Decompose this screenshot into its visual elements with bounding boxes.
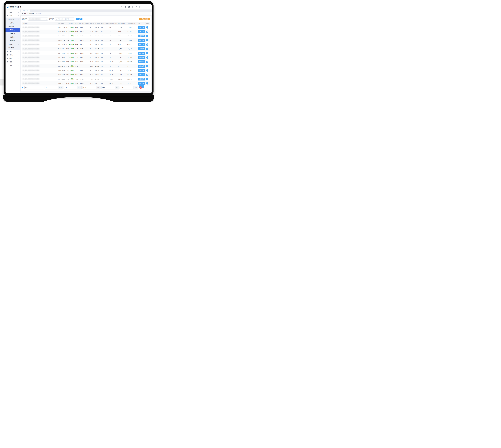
pressure-input[interactable] <box>45 86 58 89</box>
dropdown-caret-icon[interactable]: ▼ <box>149 6 150 7</box>
device-mockup: Z 智慧能碳云平台 ▼ <box>0 0 157 103</box>
edit-button[interactable] <box>146 69 148 72</box>
cell-avg-pressure: 0.63 <box>100 55 109 60</box>
cell-avg-dewpoint: -46.99 <box>109 73 117 77</box>
edit-button[interactable] <box>146 48 148 50</box>
sidebar-item-leak-detection[interactable]: 泄漏检测 <box>5 32 20 35</box>
sidebar-item-operation-analysis[interactable]: 运行分析 <box>5 21 20 25</box>
sidebar-item-refrigeration[interactable]: ❄ 冷冻 <box>5 50 20 53</box>
edit-button[interactable] <box>146 82 148 84</box>
delete-button[interactable] <box>139 86 142 89</box>
cell-energy: 10,559 <box>117 77 127 81</box>
status-button[interactable]: 执行完成 <box>138 26 145 29</box>
edit-button[interactable] <box>146 61 148 63</box>
col-period[interactable]: 诊断时间段▲▼ <box>57 22 68 25</box>
status-button[interactable]: 执行完成 <box>138 60 145 63</box>
status-button[interactable]: 执行完成 <box>138 73 145 76</box>
start-new-detection-button[interactable]: + 开始新检测 <box>139 18 150 20</box>
unit-suffix: MPa <box>77 86 82 89</box>
status-button[interactable]: 执行完成 <box>138 78 145 80</box>
project-name: ZD_某电_智慧空压站空压系统 <box>23 48 39 49</box>
edit-button[interactable] <box>146 44 148 46</box>
edit-button[interactable] <box>146 35 148 37</box>
cell-efficiency: 66.40 <box>74 64 80 68</box>
status-button[interactable]: 执行完成 <box>138 30 145 33</box>
cell-bov: 100.22 <box>94 55 100 60</box>
sidebar-item-system[interactable]: 系统 <box>5 64 20 67</box>
edit-button[interactable] <box>146 74 148 76</box>
content-card: 所属项目 ZD_某电_智慧空压站 诊断时间 开始日期 - 结束日期 <box>20 16 151 91</box>
pressure-input[interactable] <box>83 86 96 89</box>
param-checkbox[interactable] <box>22 87 23 88</box>
cell-efficiency: 62.04 <box>74 34 80 38</box>
refresh-icon[interactable] <box>132 6 133 8</box>
cell-bov: 100.25 <box>94 81 100 85</box>
edit-button[interactable] <box>146 78 148 80</box>
status-button[interactable]: 执行完成 <box>138 48 145 50</box>
sidebar-item-circulating-water[interactable]: 循环水 <box>5 53 20 57</box>
cell-grade: 一级能效 <box>69 55 74 60</box>
sidebar-item-energy-mgmt[interactable]: 能管 <box>5 11 20 14</box>
edit-button[interactable] <box>146 31 148 33</box>
pressure-input[interactable] <box>120 86 134 89</box>
cell-energy: 10,840 <box>117 68 127 73</box>
status-button[interactable]: 执行完成 <box>138 34 145 37</box>
sidebar-item-energy-saving-diagnosis[interactable]: 节能诊断 <box>5 28 20 32</box>
cell-avg-pressure: 0.62 <box>100 81 109 85</box>
cell-bov: 100.25 <box>94 64 100 68</box>
sidebar-item-intelligent-diagnosis[interactable]: 智能诊断 <box>5 25 20 28</box>
search-icon[interactable] <box>121 6 123 8</box>
edit-button[interactable] <box>146 39 148 41</box>
cell-avg-dewpoint: -52 <box>109 34 117 38</box>
pressure-input[interactable] <box>64 86 77 89</box>
collapse-menu-icon[interactable] <box>21 13 23 15</box>
date-end-placeholder: 结束日期 <box>65 18 69 20</box>
sidebar-item-status-monitoring[interactable]: 状态监测 <box>5 18 20 21</box>
tab-energy-saving-diagnosis[interactable]: 节能诊断 <box>21 10 30 12</box>
chevron-down-icon <box>18 22 19 23</box>
date-range-picker[interactable]: 开始日期 - 结束日期 <box>55 17 75 20</box>
status-button[interactable]: 执行完成 <box>138 52 145 55</box>
cell-efficiency: 66.62 <box>74 73 80 77</box>
param-name-input[interactable] <box>24 86 44 89</box>
snowflake-icon: ❄ <box>7 50 9 52</box>
sidebar-item-data[interactable]: 数据 <box>5 57 20 60</box>
edit-button[interactable] <box>146 26 148 29</box>
breadcrumb-home[interactable]: 首页 <box>24 13 27 15</box>
pressure-input[interactable] <box>101 86 115 89</box>
breadcrumb-intelligent-diagnosis[interactable]: 智能诊断 <box>29 13 34 15</box>
sidebar-item-capacity-detection[interactable]: 容量检测 <box>5 35 20 39</box>
status-button[interactable]: 执行完成 <box>138 56 145 59</box>
table-row: ZD_某电_智慧空压站空压系统06/04 13:51 - 14:51一级能效65… <box>21 81 150 85</box>
project-name: ZD_某电_智慧空压站空压系统 <box>23 83 39 84</box>
sidebar-item-control-data[interactable]: 管控数据 <box>5 46 20 49</box>
status-button[interactable]: 执行完成 <box>138 69 145 72</box>
sidebar-item-settings[interactable]: 设置 <box>5 60 20 64</box>
query-button[interactable]: 查询 <box>76 18 83 20</box>
status-button[interactable]: 执行完成 <box>138 43 145 46</box>
avatar[interactable] <box>139 6 141 8</box>
status-button[interactable]: 执行完成 <box>138 65 145 68</box>
project-name: ZD_某电_智慧空压站空压系统 <box>23 44 39 45</box>
project-select[interactable]: ZD_某电_智慧空压站 <box>28 17 48 20</box>
fullscreen-icon[interactable] <box>128 6 130 8</box>
sidebar-item-optimization-control[interactable]: 优化管控 <box>5 43 20 46</box>
cell-energy: 9,880 <box>117 30 127 34</box>
energy-grade-badge: 一级能效 <box>69 78 74 80</box>
status-button[interactable]: 执行完成 <box>138 82 145 85</box>
edit-button[interactable] <box>146 65 148 67</box>
edit-button[interactable] <box>146 52 148 54</box>
bell-icon[interactable] <box>124 6 126 8</box>
edit-pen-icon[interactable] <box>135 6 137 8</box>
sidebar-item-parameter-config[interactable]: 参数配置 <box>5 39 20 43</box>
cell-igv: 81.3 <box>89 51 94 55</box>
status-button[interactable]: 执行完成 <box>138 39 145 42</box>
cell-status: 执行完成 <box>137 73 145 77</box>
sidebar-item-air-compression[interactable]: 空压 <box>5 14 20 17</box>
cell-status: 执行完成 <box>137 25 145 30</box>
col-energy: 系统电量(kWh) <box>117 22 127 25</box>
cell-gas: 115,267 <box>127 77 137 81</box>
gauge-icon <box>7 11 9 13</box>
sort-icon[interactable]: ▲▼ <box>65 23 65 24</box>
edit-button[interactable] <box>146 56 148 59</box>
